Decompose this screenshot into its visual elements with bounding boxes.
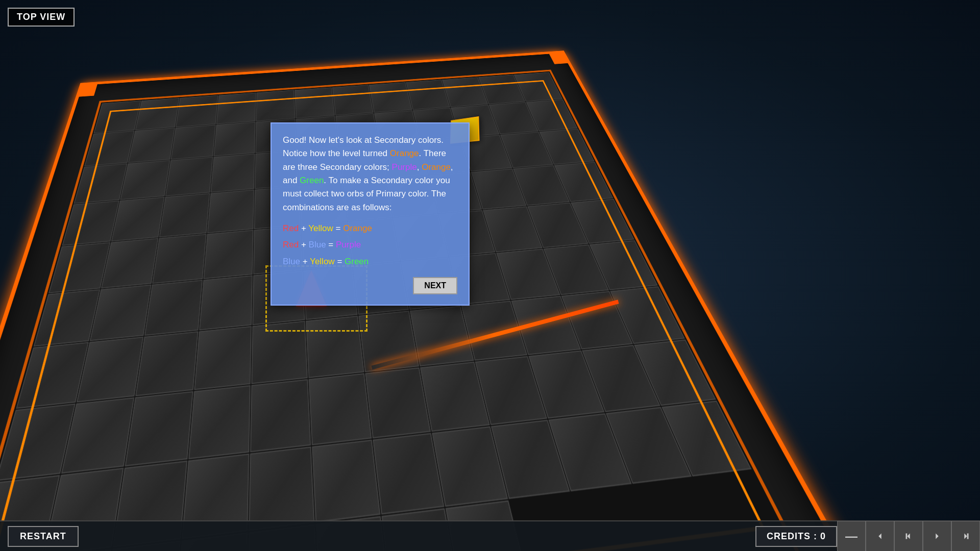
svg-rect-5: [967, 534, 969, 539]
dialog-box: Good! Now let's look at Secondary colors…: [271, 122, 470, 306]
combo1-eq: =: [336, 223, 344, 233]
grid-cell: [84, 131, 134, 166]
grid-cell: [171, 124, 216, 160]
orange-highlight2: Orange: [422, 162, 451, 172]
prev-small-button[interactable]: [866, 521, 894, 551]
combo2-plus: +: [301, 240, 309, 249]
combo1-plus1: +: [301, 223, 308, 233]
combo3-result: Green: [345, 257, 369, 266]
svg-marker-0: [878, 534, 881, 539]
grid-cell: [111, 197, 164, 241]
grid-cell: [152, 234, 206, 283]
grid-cell: [203, 230, 254, 279]
grid-cell: [125, 391, 193, 466]
next-small-button[interactable]: [923, 521, 951, 551]
combo2-blue: Blue: [309, 240, 326, 249]
green-highlight: Green: [300, 176, 324, 185]
purple-highlight: Purple: [392, 162, 417, 172]
next-small-icon: [932, 531, 943, 542]
combo3-plus: +: [303, 257, 310, 266]
combo2-result: Purple: [336, 240, 361, 249]
svg-marker-1: [907, 534, 910, 539]
grid-cell: [369, 82, 412, 112]
credits-display: CREDITS : 0: [755, 526, 837, 547]
grid-cell: [216, 93, 256, 124]
board-corner-tl: [78, 83, 98, 97]
grid-cell: [364, 367, 431, 438]
combo3-eq: =: [337, 257, 345, 266]
grid-cell: [165, 157, 213, 196]
next-button[interactable]: NEXT: [413, 277, 457, 294]
grid-cell: [332, 85, 373, 115]
game-scene: [0, 0, 980, 551]
volume-minus-button[interactable]: —: [837, 521, 866, 551]
grid-cell: [188, 385, 251, 459]
top-view-label: TOP VIEW: [8, 8, 75, 27]
grid-cell: [249, 446, 314, 531]
combo2-red: Red: [283, 240, 299, 249]
color-combinations: Red + Yellow = Orange Red + Blue = Purpl…: [283, 220, 457, 270]
combo1-yellow: Yellow: [308, 223, 333, 233]
board-corner-tr: [549, 52, 570, 64]
bottom-bar: RESTART CREDITS : 0 —: [0, 520, 980, 551]
combo1-result: Orange: [343, 223, 372, 233]
grid-cell: [74, 164, 127, 204]
combo-line-2: Red + Blue = Purple: [283, 237, 457, 253]
combo-line-3: Blue + Yellow = Green: [283, 254, 457, 270]
grid-cell: [101, 238, 159, 288]
dialog-main-text: Good! Now let's look at Secondary colors…: [283, 134, 457, 214]
combo-line-1: Red + Yellow = Orange: [283, 220, 457, 237]
svg-rect-2: [906, 534, 908, 539]
prev-large-icon: [903, 531, 914, 542]
combo2-eq: =: [328, 240, 336, 249]
restart-button[interactable]: RESTART: [8, 526, 79, 547]
svg-marker-3: [936, 534, 939, 539]
grid-cell: [159, 193, 210, 237]
grid-cell: [94, 101, 141, 133]
grid-cell: [135, 98, 179, 130]
combo3-blue: Blue: [283, 257, 300, 266]
grid-cell: [295, 87, 335, 118]
grid-cell: [312, 439, 380, 523]
grid-cell: [251, 379, 311, 452]
combo1-red: Red: [283, 223, 299, 233]
grid-cell: [210, 154, 255, 193]
grid-cell: [120, 160, 170, 200]
grid-cell: [62, 201, 119, 245]
prev-large-button[interactable]: [894, 521, 923, 551]
grid-cell: [144, 280, 203, 336]
grid-cell: [308, 373, 371, 445]
next-large-icon: [960, 531, 971, 542]
grid-cell: [256, 90, 296, 121]
grid-cell: [194, 326, 252, 390]
bottom-right-controls: CREDITS : 0 —: [755, 521, 980, 551]
grid-cell: [135, 332, 198, 396]
svg-marker-4: [964, 534, 967, 539]
grid-cell: [128, 128, 175, 163]
orange-highlight: Orange: [390, 148, 419, 158]
prev-small-icon: [874, 531, 886, 542]
combo3-yellow: Yellow: [310, 257, 335, 266]
grid-cell: [207, 190, 255, 233]
next-large-button[interactable]: [951, 521, 980, 551]
grid-cell: [199, 275, 253, 331]
grid-cell: [213, 121, 256, 156]
grid-cell: [176, 95, 218, 127]
